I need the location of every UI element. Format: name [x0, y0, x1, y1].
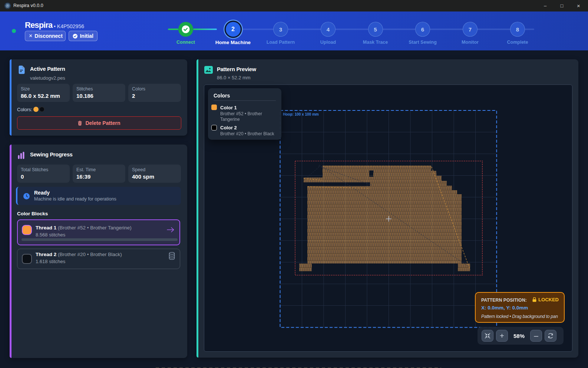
svg-text:Hoop: 100 x 100 mm: Hoop: 100 x 100 mm	[283, 112, 319, 116]
